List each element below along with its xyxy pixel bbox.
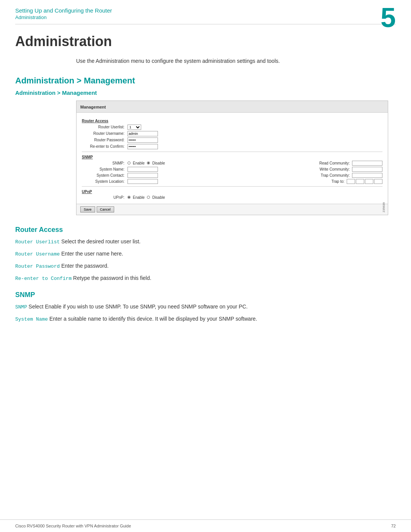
upnp-disable-radio[interactable] <box>147 196 150 199</box>
router-access-heading: Router Access <box>15 226 396 234</box>
router-username-text: Enter the user name here. <box>60 251 123 257</box>
system-name-input[interactable] <box>127 167 158 172</box>
cancel-button[interactable]: Cancel <box>97 206 114 212</box>
upnp-disable-label: Disable <box>152 195 165 200</box>
header-sub-title: Administration <box>15 14 396 20</box>
router-userlist-select[interactable]: 1 <box>127 125 141 130</box>
page-footer: Cisco RVS4000 Security Router with VPN A… <box>0 519 411 532</box>
router-password-para: Router Password Enter the password. <box>15 262 396 270</box>
read-community-input[interactable] <box>352 161 382 166</box>
ui-label-username: Router Username: <box>82 131 127 136</box>
page-title: Administration <box>15 34 396 50</box>
ui-row-confirm: Re-enter to Confirm: <box>82 144 382 149</box>
term-reenter-confirm: Re-enter to Confirm <box>15 276 72 281</box>
term-router-userlist: Router Userlist <box>15 239 60 245</box>
system-location-input[interactable] <box>127 179 158 184</box>
ui-footer: Save Cancel <box>76 204 388 215</box>
router-username-para: Router Username Enter the user name here… <box>15 250 396 258</box>
section-router-access: Router Access Router Userlist Select the… <box>15 226 396 283</box>
ui-divider-2 <box>82 186 382 187</box>
system-contact-input[interactable] <box>127 173 158 178</box>
snmp-text: Select Enable if you wish to use SNMP. T… <box>27 304 247 310</box>
router-confirm-input[interactable] <box>127 144 158 149</box>
ui-row-upnp: UPnP: Enable Disable <box>82 195 382 200</box>
system-name-text: Enter a suitable name to identify this d… <box>48 316 257 322</box>
snmp-enable-label: Enable <box>133 161 145 165</box>
ui-row-syslocation: System Location: Trap to: <box>82 179 382 184</box>
snmp-enable-radio[interactable] <box>127 161 131 165</box>
ui-router-access-label: Router Access <box>82 119 382 123</box>
snmp-disable-radio[interactable] <box>147 161 150 165</box>
ui-row-userlist: Router Userlist: 1 <box>82 125 382 130</box>
ui-snmp-label: SNMP <box>82 155 382 159</box>
router-password-input[interactable] <box>127 137 158 143</box>
trap-community-input[interactable] <box>352 173 382 178</box>
page-header: Setting Up and Configuring the Router Ad… <box>0 0 411 20</box>
ui-label-syslocation: System Location: <box>82 179 127 184</box>
system-name-para: System Name Enter a suitable name to ide… <box>15 315 396 323</box>
ui-panel-body: Router Access Router Userlist: 1 Router … <box>76 113 388 204</box>
upnp-enable-label: Enable <box>133 195 145 200</box>
ui-row-sysname: System Name: Write Community: <box>82 167 382 172</box>
snmp-radio-group: Enable Disable <box>127 161 165 165</box>
ui-trap-community-label: Trap Community: <box>314 173 352 177</box>
ui-read-community-label: Read Community: <box>314 161 352 165</box>
upnp-enable-radio[interactable] <box>127 196 131 199</box>
router-userlist-text: Select the desired router user list. <box>60 238 140 244</box>
ui-label-sysname: System Name: <box>82 167 127 171</box>
router-username-input[interactable] <box>127 131 158 136</box>
subsection-heading-admin-mgmt: Administration > Management <box>15 89 396 96</box>
ui-screenshot-management: Management Router Access Router Userlist… <box>76 101 388 215</box>
ui-label-snmp: SNMP: <box>82 161 127 165</box>
snmp-heading: SNMP <box>15 291 396 299</box>
snmp-disable-label: Disable <box>152 161 165 165</box>
chapter-number: 5 <box>381 4 396 31</box>
upnp-radio-group: Enable Disable <box>127 195 165 200</box>
reenter-confirm-para: Re-enter to Confirm Retype the password … <box>15 274 396 283</box>
chapter-title: Setting Up and Configuring the Router <box>15 7 396 14</box>
trap-to-input-2[interactable] <box>356 179 364 184</box>
term-router-username: Router Username <box>15 251 60 257</box>
router-password-text: Enter the password. <box>60 263 108 269</box>
ui-row-snmp: SNMP: Enable Disable Read Community: <box>82 161 382 166</box>
term-system-name: System Name <box>15 316 48 322</box>
trap-to-input-1[interactable] <box>347 179 355 184</box>
ui-row-syscontact: System Contact: Trap Community: <box>82 173 382 178</box>
footer-left: Cisco RVS4000 Security Router with VPN A… <box>15 524 131 528</box>
ui-label-password: Router Password: <box>82 138 127 142</box>
main-content: Administration Use the Administration me… <box>0 24 411 347</box>
term-snmp: SNMP <box>15 304 27 310</box>
section-admin-management: Administration > Management Administrati… <box>15 76 396 215</box>
snmp-para: SNMP Select Enable if you wish to use SN… <box>15 303 396 311</box>
ui-label-upnp: UPnP: <box>82 195 127 200</box>
figure-number: 235639 <box>382 202 386 212</box>
ui-label-userlist: Router Userlist: <box>82 125 127 129</box>
term-router-password: Router Password <box>15 264 60 269</box>
intro-text: Use the Administration menu to configure… <box>76 57 342 65</box>
section-snmp: SNMP SNMP Select Enable if you wish to u… <box>15 291 396 323</box>
trap-to-input-3[interactable] <box>365 179 373 184</box>
ui-panel-header: Management <box>76 101 388 113</box>
save-button[interactable]: Save <box>80 206 95 212</box>
ui-label-confirm: Re-enter to Confirm: <box>82 144 127 149</box>
ui-label-syscontact: System Contact: <box>82 173 127 177</box>
ui-upnp-label: UPnP <box>82 190 382 194</box>
trap-to-inputs <box>347 179 382 184</box>
section-heading-admin-mgmt: Administration > Management <box>15 76 396 86</box>
ui-divider-1 <box>82 152 382 152</box>
ui-write-community-label: Write Community: <box>314 167 352 171</box>
trap-to-input-4[interactable] <box>374 179 382 184</box>
router-userlist-para: Router Userlist Select the desired route… <box>15 238 396 246</box>
ui-row-username: Router Username: <box>82 131 382 136</box>
write-community-input[interactable] <box>352 167 382 172</box>
ui-row-password: Router Password: <box>82 137 382 143</box>
footer-page-number: 72 <box>391 524 396 528</box>
ui-trap-to-label: Trap to: <box>309 179 347 184</box>
ui-panel-title: Management <box>80 105 106 109</box>
reenter-confirm-text: Retype the password in this field. <box>72 275 151 281</box>
